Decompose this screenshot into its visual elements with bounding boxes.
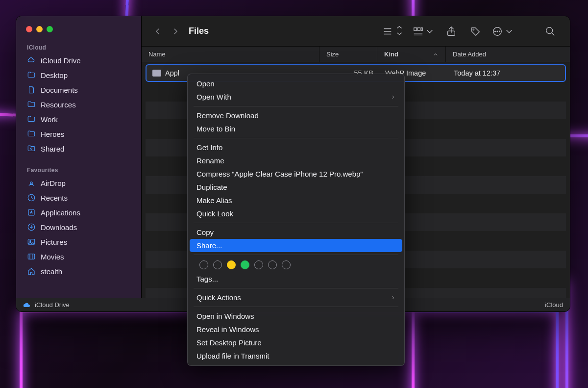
search-button[interactable] (540, 24, 560, 39)
sidebar-item-resources[interactable]: Resources (16, 97, 141, 112)
menu-item-upload-file-in-transmit[interactable]: Upload file in Transmit (190, 349, 402, 362)
tag-color-2[interactable] (227, 260, 236, 269)
path-segment[interactable]: iCloud Drive (35, 301, 70, 309)
back-button[interactable] (151, 25, 164, 38)
sidebar-section-title: Favourites (16, 164, 141, 176)
view-mode-button[interactable] (381, 24, 406, 39)
sidebar: iCloudiCloud DriveDesktopDocumentsResour… (16, 16, 142, 311)
home-icon (27, 267, 36, 276)
svg-line-26 (552, 32, 555, 35)
window-controls (16, 23, 141, 41)
sidebar-item-movies[interactable]: Movies (16, 249, 141, 264)
column-size[interactable]: Size (319, 47, 377, 62)
sidebar-section-title: iCloud (16, 41, 141, 53)
menu-item-set-desktop-picture[interactable]: Set Desktop Picture (190, 336, 402, 349)
sidebar-item-label: Shared (41, 145, 64, 153)
image-icon (27, 237, 36, 246)
menu-separator (194, 307, 398, 307)
menu-item-open-in-windows[interactable]: Open in Windows (190, 310, 402, 323)
svg-point-7 (30, 240, 31, 241)
column-headers: Name Size Kind Date Added (142, 47, 570, 62)
sidebar-item-label: Resources (41, 101, 76, 109)
sidebar-item-heroes[interactable]: Heroes (16, 127, 141, 141)
menu-separator (194, 223, 398, 223)
sidebar-item-label: AirDrop (41, 179, 66, 187)
sidebar-item-desktop[interactable]: Desktop (16, 68, 141, 82)
chevron-right-icon (391, 293, 395, 302)
sidebar-item-icloud-drive[interactable]: iCloud Drive (16, 53, 141, 68)
svg-rect-14 (414, 27, 417, 30)
svg-point-23 (497, 31, 498, 32)
tag-color-1[interactable] (213, 260, 222, 269)
sidebar-item-airdrop[interactable]: AirDrop (16, 176, 141, 190)
menu-item-label: Move to Bin (196, 125, 235, 133)
context-menu[interactable]: OpenOpen WithRemove DownloadMove to BinG… (187, 74, 405, 366)
menu-item-copy[interactable]: Copy (190, 226, 402, 239)
menu-item-remove-download[interactable]: Remove Download (190, 109, 402, 122)
minimize-window-button[interactable] (36, 26, 43, 32)
column-date-added[interactable]: Date Added (446, 47, 570, 62)
sidebar-item-applications[interactable]: Applications (16, 205, 141, 220)
tags-button[interactable] (466, 24, 486, 39)
sidebar-item-label: Applications (41, 208, 80, 217)
menu-item-label: Share... (196, 241, 222, 250)
menu-item-quick-actions[interactable]: Quick Actions (190, 291, 402, 304)
menu-item-label: Compress “Apple Clear Case iPhone 12 Pro… (196, 170, 363, 178)
group-button[interactable] (411, 24, 437, 39)
menu-item-open-with[interactable]: Open With (190, 90, 402, 103)
tag-color-0[interactable] (199, 260, 208, 269)
tag-color-4[interactable] (254, 260, 263, 269)
menu-item-label: Get Info (196, 143, 222, 152)
menu-item-share[interactable]: Share... (190, 239, 402, 252)
menu-item-label: Quick Look (196, 209, 233, 218)
menu-item-make-alias[interactable]: Make Alias (190, 194, 402, 207)
svg-point-22 (495, 31, 496, 32)
sidebar-item-recents[interactable]: Recents (16, 190, 141, 205)
sidebar-item-downloads[interactable]: Downloads (16, 220, 141, 234)
sidebar-item-stealth[interactable]: stealth (16, 264, 141, 279)
menu-item-label: Open (196, 79, 215, 88)
menu-item-move-to-bin[interactable]: Move to Bin (190, 122, 402, 135)
sidebar-item-work[interactable]: Work (16, 112, 141, 127)
sidebar-item-label: Desktop (41, 71, 68, 79)
menu-item-duplicate[interactable]: Duplicate (190, 181, 402, 194)
svg-point-20 (473, 29, 474, 30)
sidebar-item-pictures[interactable]: Pictures (16, 234, 141, 249)
menu-item-open[interactable]: Open (190, 77, 402, 90)
actions-button[interactable] (490, 24, 516, 39)
tag-color-6[interactable] (282, 260, 291, 269)
menu-separator (194, 106, 398, 106)
sidebar-item-label: Pictures (41, 238, 67, 246)
menu-item-label: Duplicate (196, 183, 227, 191)
path-segment[interactable]: iCloud (545, 301, 563, 309)
menu-item-rename[interactable]: Rename (190, 154, 402, 167)
svg-point-0 (31, 148, 32, 150)
column-name[interactable]: Name (142, 47, 319, 62)
menu-item-quick-look[interactable]: Quick Look (190, 207, 402, 220)
sidebar-item-shared[interactable]: Shared (16, 141, 141, 156)
menu-separator (194, 288, 398, 288)
cloud-icon (23, 301, 31, 309)
menu-item-reveal-in-windows[interactable]: Reveal in Windows (190, 323, 402, 336)
file-name: Appl (165, 69, 179, 77)
sidebar-item-label: iCloud Drive (41, 56, 81, 65)
tag-color-5[interactable] (268, 260, 277, 269)
column-kind[interactable]: Kind (377, 47, 446, 62)
share-button[interactable] (441, 24, 461, 39)
menu-item-compress-apple-clear-case-iphone-12-pro-webp[interactable]: Compress “Apple Clear Case iPhone 12 Pro… (190, 167, 402, 181)
sidebar-item-documents[interactable]: Documents (16, 82, 141, 97)
menu-item-label: Upload file in Transmit (196, 352, 269, 360)
toolbar: Files (142, 16, 570, 47)
menu-item-label: Tags... (196, 275, 218, 283)
clock-icon (27, 193, 36, 202)
tag-color-3[interactable] (241, 260, 249, 269)
menu-item-label: Remove Download (196, 111, 259, 120)
menu-item-get-info[interactable]: Get Info (190, 141, 402, 154)
menu-item-label: Set Desktop Picture (196, 338, 262, 347)
menu-item-tags[interactable]: Tags... (190, 272, 402, 285)
svg-point-25 (546, 27, 553, 33)
close-window-button[interactable] (26, 26, 32, 32)
forward-button[interactable] (169, 25, 182, 38)
sfolder-icon (27, 144, 36, 153)
zoom-window-button[interactable] (47, 26, 53, 32)
